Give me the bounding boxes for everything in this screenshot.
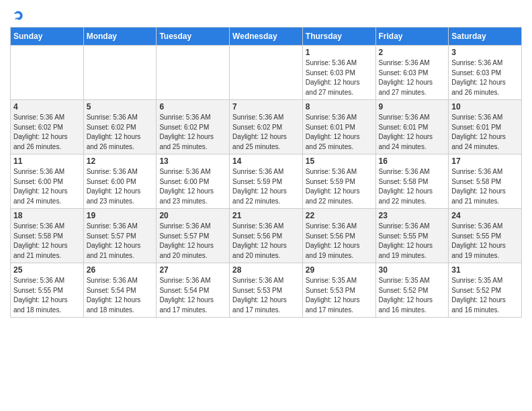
day-info: Sunrise: 5:36 AM Sunset: 5:56 PM Dayligh… bbox=[232, 222, 300, 261]
day-cell-24: 24Sunrise: 5:36 AM Sunset: 5:55 PM Dayli… bbox=[449, 209, 522, 263]
day-number: 1 bbox=[306, 48, 373, 57]
day-cell-7: 7Sunrise: 5:36 AM Sunset: 6:02 PM Daylig… bbox=[230, 100, 303, 154]
day-number: 23 bbox=[379, 211, 446, 220]
day-number: 16 bbox=[379, 156, 446, 166]
week-row-1: 1Sunrise: 5:36 AM Sunset: 6:03 PM Daylig… bbox=[11, 46, 522, 100]
day-cell-21: 21Sunrise: 5:36 AM Sunset: 5:56 PM Dayli… bbox=[230, 209, 303, 263]
day-cell-30: 30Sunrise: 5:35 AM Sunset: 5:52 PM Dayli… bbox=[375, 263, 449, 318]
day-cell-19: 19Sunrise: 5:36 AM Sunset: 5:57 PM Dayli… bbox=[83, 209, 157, 263]
day-cell-28: 28Sunrise: 5:36 AM Sunset: 5:53 PM Dayli… bbox=[230, 263, 303, 318]
week-row-3: 11Sunrise: 5:36 AM Sunset: 6:00 PM Dayli… bbox=[11, 154, 522, 209]
header-day-sunday: Sunday bbox=[11, 28, 84, 46]
day-cell-13: 13Sunrise: 5:36 AM Sunset: 6:00 PM Dayli… bbox=[157, 154, 230, 209]
empty-cell bbox=[83, 46, 157, 100]
day-cell-6: 6Sunrise: 5:36 AM Sunset: 6:02 PM Daylig… bbox=[157, 100, 230, 154]
header-day-wednesday: Wednesday bbox=[230, 28, 303, 46]
day-cell-10: 10Sunrise: 5:36 AM Sunset: 6:01 PM Dayli… bbox=[449, 100, 522, 154]
day-cell-1: 1Sunrise: 5:36 AM Sunset: 6:03 PM Daylig… bbox=[302, 46, 375, 100]
day-number: 13 bbox=[159, 156, 226, 166]
day-info: Sunrise: 5:36 AM Sunset: 6:02 PM Dayligh… bbox=[13, 113, 81, 152]
day-cell-25: 25Sunrise: 5:36 AM Sunset: 5:55 PM Dayli… bbox=[11, 263, 84, 318]
day-cell-9: 9Sunrise: 5:36 AM Sunset: 6:01 PM Daylig… bbox=[375, 100, 449, 154]
empty-cell bbox=[157, 46, 230, 100]
day-info: Sunrise: 5:36 AM Sunset: 5:58 PM Dayligh… bbox=[379, 167, 446, 206]
day-info: Sunrise: 5:36 AM Sunset: 6:02 PM Dayligh… bbox=[87, 113, 154, 152]
week-row-5: 25Sunrise: 5:36 AM Sunset: 5:55 PM Dayli… bbox=[11, 263, 522, 318]
day-number: 20 bbox=[159, 211, 226, 220]
day-info: Sunrise: 5:36 AM Sunset: 5:55 PM Dayligh… bbox=[451, 222, 519, 261]
day-info: Sunrise: 5:36 AM Sunset: 5:53 PM Dayligh… bbox=[232, 276, 300, 315]
day-number: 18 bbox=[13, 211, 81, 220]
day-info: Sunrise: 5:36 AM Sunset: 5:59 PM Dayligh… bbox=[306, 167, 373, 206]
day-number: 30 bbox=[379, 265, 446, 275]
day-cell-27: 27Sunrise: 5:36 AM Sunset: 5:54 PM Dayli… bbox=[157, 263, 230, 318]
day-number: 5 bbox=[87, 102, 154, 111]
day-number: 7 bbox=[232, 102, 300, 111]
day-info: Sunrise: 5:36 AM Sunset: 6:00 PM Dayligh… bbox=[87, 167, 154, 206]
day-info: Sunrise: 5:36 AM Sunset: 5:58 PM Dayligh… bbox=[451, 167, 519, 206]
day-number: 25 bbox=[13, 265, 81, 275]
day-info: Sunrise: 5:36 AM Sunset: 6:02 PM Dayligh… bbox=[159, 113, 226, 152]
header bbox=[10, 7, 522, 23]
day-cell-23: 23Sunrise: 5:36 AM Sunset: 5:55 PM Dayli… bbox=[375, 209, 449, 263]
day-number: 27 bbox=[159, 265, 226, 275]
day-number: 8 bbox=[306, 102, 373, 111]
day-number: 4 bbox=[13, 102, 81, 111]
day-number: 17 bbox=[451, 156, 519, 166]
day-info: Sunrise: 5:36 AM Sunset: 6:01 PM Dayligh… bbox=[451, 113, 519, 152]
day-number: 9 bbox=[379, 102, 446, 111]
day-cell-18: 18Sunrise: 5:36 AM Sunset: 5:58 PM Dayli… bbox=[11, 209, 84, 263]
day-number: 6 bbox=[159, 102, 226, 111]
day-info: Sunrise: 5:36 AM Sunset: 6:00 PM Dayligh… bbox=[159, 167, 226, 206]
day-cell-12: 12Sunrise: 5:36 AM Sunset: 6:00 PM Dayli… bbox=[83, 154, 157, 209]
day-cell-5: 5Sunrise: 5:36 AM Sunset: 6:02 PM Daylig… bbox=[83, 100, 157, 154]
calendar-body: 1Sunrise: 5:36 AM Sunset: 6:03 PM Daylig… bbox=[11, 46, 522, 318]
week-row-4: 18Sunrise: 5:36 AM Sunset: 5:58 PM Dayli… bbox=[11, 209, 522, 263]
day-cell-4: 4Sunrise: 5:36 AM Sunset: 6:02 PM Daylig… bbox=[11, 100, 84, 154]
day-info: Sunrise: 5:36 AM Sunset: 6:02 PM Dayligh… bbox=[232, 113, 300, 152]
header-day-thursday: Thursday bbox=[302, 28, 375, 46]
week-row-2: 4Sunrise: 5:36 AM Sunset: 6:02 PM Daylig… bbox=[11, 100, 522, 154]
day-info: Sunrise: 5:36 AM Sunset: 5:57 PM Dayligh… bbox=[87, 222, 154, 261]
day-number: 31 bbox=[451, 265, 519, 275]
day-cell-15: 15Sunrise: 5:36 AM Sunset: 5:59 PM Dayli… bbox=[302, 154, 375, 209]
day-number: 10 bbox=[451, 102, 519, 111]
header-day-tuesday: Tuesday bbox=[157, 28, 230, 46]
day-cell-29: 29Sunrise: 5:35 AM Sunset: 5:53 PM Dayli… bbox=[302, 263, 375, 318]
day-number: 22 bbox=[306, 211, 373, 220]
day-info: Sunrise: 5:35 AM Sunset: 5:52 PM Dayligh… bbox=[379, 276, 446, 315]
day-info: Sunrise: 5:35 AM Sunset: 5:53 PM Dayligh… bbox=[306, 276, 373, 315]
header-day-saturday: Saturday bbox=[449, 28, 522, 46]
day-info: Sunrise: 5:36 AM Sunset: 5:58 PM Dayligh… bbox=[13, 222, 81, 261]
day-cell-17: 17Sunrise: 5:36 AM Sunset: 5:58 PM Dayli… bbox=[449, 154, 522, 209]
day-info: Sunrise: 5:36 AM Sunset: 5:59 PM Dayligh… bbox=[232, 167, 300, 206]
day-info: Sunrise: 5:36 AM Sunset: 5:54 PM Dayligh… bbox=[159, 276, 226, 315]
day-cell-20: 20Sunrise: 5:36 AM Sunset: 5:57 PM Dayli… bbox=[157, 209, 230, 263]
day-number: 21 bbox=[232, 211, 300, 220]
day-cell-3: 3Sunrise: 5:36 AM Sunset: 6:03 PM Daylig… bbox=[449, 46, 522, 100]
calendar-table: SundayMondayTuesdayWednesdayThursdayFrid… bbox=[10, 27, 522, 318]
day-info: Sunrise: 5:36 AM Sunset: 5:55 PM Dayligh… bbox=[379, 222, 446, 261]
logo bbox=[10, 9, 25, 23]
day-info: Sunrise: 5:36 AM Sunset: 5:55 PM Dayligh… bbox=[13, 276, 81, 315]
day-number: 28 bbox=[232, 265, 300, 275]
day-info: Sunrise: 5:36 AM Sunset: 5:54 PM Dayligh… bbox=[87, 276, 154, 315]
day-number: 29 bbox=[306, 265, 373, 275]
day-info: Sunrise: 5:35 AM Sunset: 5:52 PM Dayligh… bbox=[451, 276, 519, 315]
logo-bird-icon bbox=[11, 9, 25, 23]
day-number: 19 bbox=[87, 211, 154, 220]
calendar-header: SundayMondayTuesdayWednesdayThursdayFrid… bbox=[11, 28, 522, 46]
day-cell-2: 2Sunrise: 5:36 AM Sunset: 6:03 PM Daylig… bbox=[375, 46, 449, 100]
day-cell-14: 14Sunrise: 5:36 AM Sunset: 5:59 PM Dayli… bbox=[230, 154, 303, 209]
header-row: SundayMondayTuesdayWednesdayThursdayFrid… bbox=[11, 28, 522, 46]
empty-cell bbox=[11, 46, 84, 100]
day-info: Sunrise: 5:36 AM Sunset: 6:01 PM Dayligh… bbox=[306, 113, 373, 152]
empty-cell bbox=[230, 46, 303, 100]
day-number: 14 bbox=[232, 156, 300, 166]
day-info: Sunrise: 5:36 AM Sunset: 6:03 PM Dayligh… bbox=[379, 58, 446, 97]
day-number: 3 bbox=[451, 48, 519, 57]
day-cell-22: 22Sunrise: 5:36 AM Sunset: 5:56 PM Dayli… bbox=[302, 209, 375, 263]
day-info: Sunrise: 5:36 AM Sunset: 6:03 PM Dayligh… bbox=[306, 58, 373, 97]
day-number: 15 bbox=[306, 156, 373, 166]
day-cell-31: 31Sunrise: 5:35 AM Sunset: 5:52 PM Dayli… bbox=[449, 263, 522, 318]
